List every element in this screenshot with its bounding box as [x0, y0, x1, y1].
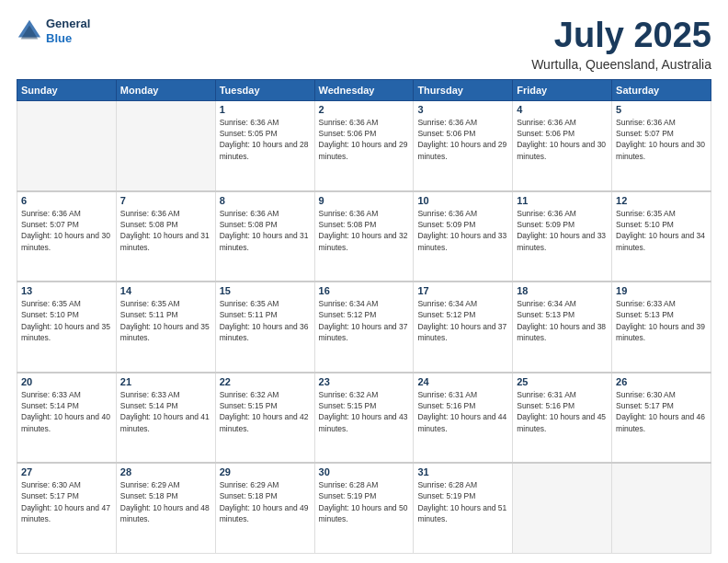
table-row: 14Sunrise: 6:35 AMSunset: 5:11 PMDayligh… — [116, 282, 215, 372]
calendar-week-row: 20Sunrise: 6:33 AMSunset: 5:14 PMDayligh… — [17, 373, 711, 463]
table-row: 25Sunrise: 6:31 AMSunset: 5:16 PMDayligh… — [513, 373, 612, 463]
day-info: Sunrise: 6:33 AMSunset: 5:14 PMDaylight:… — [21, 389, 112, 434]
day-number: 19 — [616, 285, 707, 296]
table-row: 10Sunrise: 6:36 AMSunset: 5:09 PMDayligh… — [414, 191, 513, 282]
day-info: Sunrise: 6:36 AMSunset: 5:06 PMDaylight:… — [319, 117, 410, 162]
day-number: 24 — [417, 376, 508, 387]
table-row: 15Sunrise: 6:35 AMSunset: 5:11 PMDayligh… — [215, 282, 314, 372]
table-row: 23Sunrise: 6:32 AMSunset: 5:15 PMDayligh… — [314, 373, 414, 463]
table-row: 1Sunrise: 6:36 AMSunset: 5:05 PMDaylight… — [215, 100, 314, 190]
table-row: 24Sunrise: 6:31 AMSunset: 5:16 PMDayligh… — [414, 373, 513, 463]
day-info: Sunrise: 6:34 AMSunset: 5:12 PMDaylight:… — [319, 298, 410, 343]
day-info: Sunrise: 6:36 AMSunset: 5:05 PMDaylight:… — [220, 117, 311, 162]
day-number: 7 — [120, 195, 211, 206]
day-info: Sunrise: 6:34 AMSunset: 5:12 PMDaylight:… — [417, 298, 508, 343]
day-number: 11 — [517, 195, 608, 206]
table-row: 20Sunrise: 6:33 AMSunset: 5:14 PMDayligh… — [17, 373, 117, 463]
day-info: Sunrise: 6:29 AMSunset: 5:18 PMDaylight:… — [120, 479, 211, 524]
logo: General Blue — [17, 17, 90, 45]
col-friday: Friday — [513, 79, 612, 100]
day-number: 5 — [616, 104, 707, 115]
day-number: 22 — [220, 376, 311, 387]
day-number: 21 — [120, 376, 211, 387]
day-info: Sunrise: 6:33 AMSunset: 5:14 PMDaylight:… — [120, 389, 211, 434]
day-number: 15 — [220, 285, 311, 296]
table-row: 31Sunrise: 6:28 AMSunset: 5:19 PMDayligh… — [414, 463, 513, 553]
calendar-week-row: 1Sunrise: 6:36 AMSunset: 5:05 PMDaylight… — [17, 100, 711, 190]
table-row: 19Sunrise: 6:33 AMSunset: 5:13 PMDayligh… — [612, 282, 711, 372]
day-info: Sunrise: 6:33 AMSunset: 5:13 PMDaylight:… — [616, 298, 707, 343]
col-monday: Monday — [116, 79, 215, 100]
table-row: 7Sunrise: 6:36 AMSunset: 5:08 PMDaylight… — [116, 191, 215, 282]
table-row: 17Sunrise: 6:34 AMSunset: 5:12 PMDayligh… — [414, 282, 513, 372]
day-number: 2 — [319, 104, 410, 115]
day-number: 1 — [220, 104, 311, 115]
table-row: 8Sunrise: 6:36 AMSunset: 5:08 PMDaylight… — [215, 191, 314, 282]
day-number: 20 — [21, 376, 112, 387]
day-info: Sunrise: 6:35 AMSunset: 5:11 PMDaylight:… — [220, 298, 311, 343]
day-info: Sunrise: 6:28 AMSunset: 5:19 PMDaylight:… — [319, 479, 410, 524]
day-info: Sunrise: 6:36 AMSunset: 5:07 PMDaylight:… — [616, 117, 707, 162]
day-info: Sunrise: 6:34 AMSunset: 5:13 PMDaylight:… — [517, 298, 608, 343]
table-row — [116, 100, 215, 190]
day-info: Sunrise: 6:35 AMSunset: 5:10 PMDaylight:… — [616, 208, 707, 253]
table-row: 30Sunrise: 6:28 AMSunset: 5:19 PMDayligh… — [314, 463, 414, 553]
calendar-week-row: 13Sunrise: 6:35 AMSunset: 5:10 PMDayligh… — [17, 282, 711, 372]
day-number: 17 — [417, 285, 508, 296]
col-thursday: Thursday — [414, 79, 513, 100]
day-number: 30 — [319, 466, 410, 477]
table-row: 16Sunrise: 6:34 AMSunset: 5:12 PMDayligh… — [314, 282, 414, 372]
day-info: Sunrise: 6:29 AMSunset: 5:18 PMDaylight:… — [220, 479, 311, 524]
day-number: 6 — [21, 195, 112, 206]
day-info: Sunrise: 6:31 AMSunset: 5:16 PMDaylight:… — [417, 389, 508, 434]
day-number: 25 — [517, 376, 608, 387]
day-info: Sunrise: 6:31 AMSunset: 5:16 PMDaylight:… — [517, 389, 608, 434]
table-row: 13Sunrise: 6:35 AMSunset: 5:10 PMDayligh… — [17, 282, 117, 372]
day-info: Sunrise: 6:36 AMSunset: 5:06 PMDaylight:… — [417, 117, 508, 162]
day-number: 28 — [120, 466, 211, 477]
day-info: Sunrise: 6:36 AMSunset: 5:08 PMDaylight:… — [120, 208, 211, 253]
day-number: 10 — [417, 195, 508, 206]
day-info: Sunrise: 6:36 AMSunset: 5:07 PMDaylight:… — [21, 208, 112, 253]
day-info: Sunrise: 6:32 AMSunset: 5:15 PMDaylight:… — [319, 389, 410, 434]
col-tuesday: Tuesday — [215, 79, 314, 100]
day-number: 23 — [319, 376, 410, 387]
day-info: Sunrise: 6:36 AMSunset: 5:09 PMDaylight:… — [417, 208, 508, 253]
day-info: Sunrise: 6:35 AMSunset: 5:11 PMDaylight:… — [120, 298, 211, 343]
day-info: Sunrise: 6:32 AMSunset: 5:15 PMDaylight:… — [220, 389, 311, 434]
table-row: 11Sunrise: 6:36 AMSunset: 5:09 PMDayligh… — [513, 191, 612, 282]
day-number: 27 — [21, 466, 112, 477]
page: General Blue July 2025 Wurtulla, Queensl… — [0, 0, 728, 563]
table-row: 12Sunrise: 6:35 AMSunset: 5:10 PMDayligh… — [612, 191, 711, 282]
day-number: 16 — [319, 285, 410, 296]
table-row: 4Sunrise: 6:36 AMSunset: 5:06 PMDaylight… — [513, 100, 612, 190]
logo-text: General Blue — [46, 17, 90, 45]
table-row: 28Sunrise: 6:29 AMSunset: 5:18 PMDayligh… — [116, 463, 215, 553]
table-row: 29Sunrise: 6:29 AMSunset: 5:18 PMDayligh… — [215, 463, 314, 553]
day-info: Sunrise: 6:36 AMSunset: 5:09 PMDaylight:… — [517, 208, 608, 253]
day-number: 31 — [417, 466, 508, 477]
day-number: 13 — [21, 285, 112, 296]
day-info: Sunrise: 6:36 AMSunset: 5:06 PMDaylight:… — [517, 117, 608, 162]
table-row — [513, 463, 612, 553]
table-row: 18Sunrise: 6:34 AMSunset: 5:13 PMDayligh… — [513, 282, 612, 372]
location-subtitle: Wurtulla, Queensland, Australia — [531, 57, 711, 72]
table-row: 9Sunrise: 6:36 AMSunset: 5:08 PMDaylight… — [314, 191, 414, 282]
table-row: 2Sunrise: 6:36 AMSunset: 5:06 PMDaylight… — [314, 100, 414, 190]
table-row: 3Sunrise: 6:36 AMSunset: 5:06 PMDaylight… — [414, 100, 513, 190]
day-number: 4 — [517, 104, 608, 115]
calendar-table: Sunday Monday Tuesday Wednesday Thursday… — [17, 79, 711, 554]
calendar-week-row: 27Sunrise: 6:30 AMSunset: 5:17 PMDayligh… — [17, 463, 711, 553]
day-number: 14 — [120, 285, 211, 296]
day-info: Sunrise: 6:28 AMSunset: 5:19 PMDaylight:… — [417, 479, 508, 524]
table-row — [17, 100, 117, 190]
day-number: 9 — [319, 195, 410, 206]
month-title: July 2025 — [531, 17, 711, 55]
day-info: Sunrise: 6:36 AMSunset: 5:08 PMDaylight:… — [319, 208, 410, 253]
day-info: Sunrise: 6:36 AMSunset: 5:08 PMDaylight:… — [220, 208, 311, 253]
table-row: 22Sunrise: 6:32 AMSunset: 5:15 PMDayligh… — [215, 373, 314, 463]
table-row: 26Sunrise: 6:30 AMSunset: 5:17 PMDayligh… — [612, 373, 711, 463]
col-saturday: Saturday — [612, 79, 711, 100]
col-sunday: Sunday — [17, 79, 117, 100]
table-row: 21Sunrise: 6:33 AMSunset: 5:14 PMDayligh… — [116, 373, 215, 463]
